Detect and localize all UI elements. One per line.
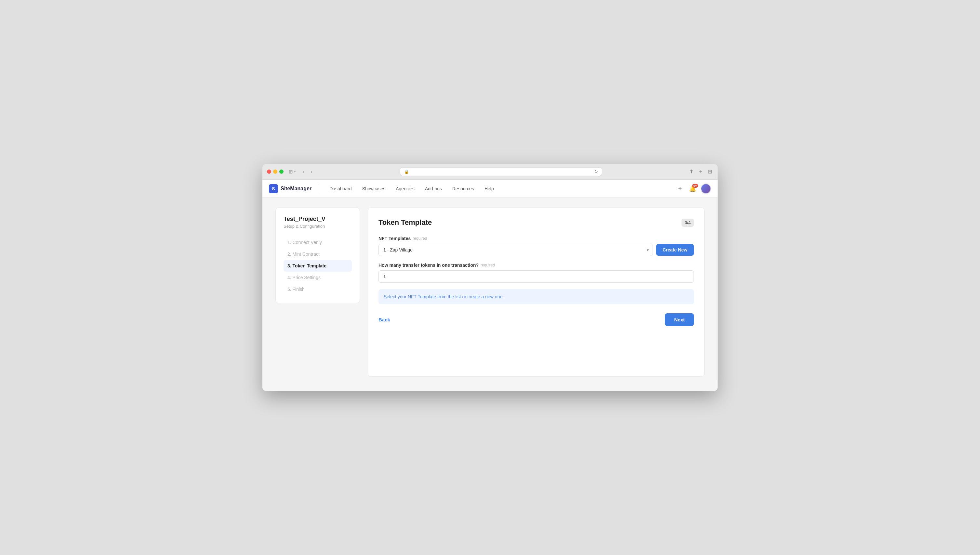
back-button[interactable]: Back [379, 314, 390, 325]
nav-item-resources[interactable]: Resources [448, 183, 479, 194]
nav-item-agencies[interactable]: Agencies [391, 183, 419, 194]
steps-sidebar: Test_Project_V Setup & Configuration 1. … [275, 208, 360, 303]
traffic-lights [267, 170, 283, 174]
nft-templates-field-row: 1 - Zap Village Create New [379, 244, 694, 256]
app-container: S SiteManager Dashboard Showcases Agenci… [262, 180, 718, 391]
browser-window: ⊞ ▾ ‹ › 🔒 ↻ ⬆ ＋ ⊞ S [262, 164, 718, 391]
logo-area: S SiteManager [269, 184, 318, 193]
nft-templates-select-wrapper: 1 - Zap Village [379, 244, 653, 256]
minimize-button[interactable] [273, 170, 277, 174]
maximize-button[interactable] [279, 170, 283, 174]
nft-templates-required: required [412, 236, 427, 241]
logo-text: SiteManager [281, 186, 312, 192]
top-nav: S SiteManager Dashboard Showcases Agenci… [262, 180, 718, 198]
address-bar-container: 🔒 ↻ [317, 167, 685, 176]
nav-item-dashboard[interactable]: Dashboard [325, 183, 357, 194]
nft-templates-label: NFT Templates required [379, 236, 694, 241]
forward-nav-button[interactable]: › [309, 168, 314, 175]
steps-list: 1. Connect Venly 2. Mint Contract 3. Tok… [283, 236, 352, 295]
avatar[interactable] [701, 183, 711, 194]
ai-sparkle-icon[interactable]: ✦ [675, 184, 684, 193]
form-actions: Back Next [379, 313, 694, 326]
step-item-2[interactable]: 2. Mint Contract [283, 248, 352, 260]
step-badge: 3/4 [681, 219, 694, 227]
back-nav-button[interactable]: ‹ [301, 168, 306, 175]
create-new-button[interactable]: Create New [656, 244, 694, 256]
nav-item-addons[interactable]: Add-ons [420, 183, 446, 194]
notification-bell[interactable]: 🔔 9+ [689, 185, 696, 192]
browser-actions: ⬆ ＋ ⊞ [688, 167, 713, 176]
close-button[interactable] [267, 170, 271, 174]
new-tab-icon[interactable]: ＋ [697, 167, 704, 176]
form-card: Token Template 3/4 NFT Templates require… [368, 208, 705, 377]
sidebar-toggle[interactable]: ⊞ ▾ [287, 168, 298, 176]
transfer-tokens-input[interactable] [379, 270, 694, 283]
nft-templates-group: NFT Templates required 1 - Zap Village C… [379, 236, 694, 256]
form-header: Token Template 3/4 [379, 218, 694, 227]
nav-right: ✦ 🔔 9+ [675, 183, 711, 194]
next-button[interactable]: Next [665, 313, 694, 326]
logo-icon: S [269, 184, 278, 193]
info-box-text: Select your NFT Template from the list o… [384, 294, 504, 299]
step-item-4[interactable]: 4. Price Settings [283, 272, 352, 283]
transfer-required: required [481, 263, 495, 268]
step-item-5[interactable]: 5. Finish [283, 283, 352, 295]
browser-chrome: ⊞ ▾ ‹ › 🔒 ↻ ⬆ ＋ ⊞ [262, 164, 718, 180]
url-input[interactable] [412, 169, 592, 174]
step-item-1[interactable]: 1. Connect Venly [283, 236, 352, 248]
transfer-tokens-group: How many transfer tokens in one transact… [379, 263, 694, 283]
info-box: Select your NFT Template from the list o… [379, 289, 694, 304]
form-title: Token Template [379, 218, 432, 227]
transfer-label: How many transfer tokens in one transact… [379, 263, 694, 268]
step-item-3[interactable]: 3. Token Template [283, 260, 352, 272]
nav-items: Dashboard Showcases Agencies Add-ons Res… [325, 183, 675, 194]
address-bar: 🔒 ↻ [400, 167, 602, 176]
notification-count: 9+ [692, 184, 698, 188]
project-subtitle: Setup & Configuration [283, 224, 352, 229]
nav-item-showcases[interactable]: Showcases [358, 183, 390, 194]
nft-templates-select[interactable]: 1 - Zap Village [379, 244, 653, 256]
refresh-icon[interactable]: ↻ [595, 169, 598, 174]
lock-icon: 🔒 [404, 170, 409, 174]
grid-icon[interactable]: ⊞ [707, 168, 713, 176]
main-content: Test_Project_V Setup & Configuration 1. … [262, 198, 718, 387]
share-icon[interactable]: ⬆ [688, 168, 694, 176]
nav-item-help[interactable]: Help [480, 183, 499, 194]
project-title: Test_Project_V [283, 216, 352, 223]
